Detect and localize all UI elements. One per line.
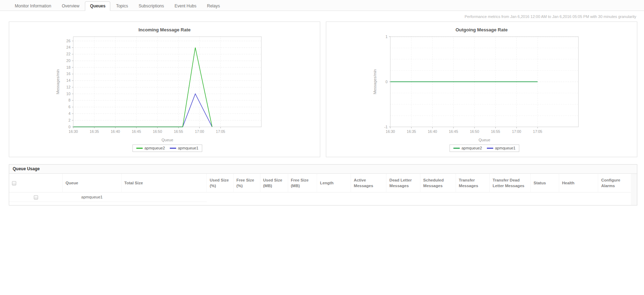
row-checkbox[interactable] [34,195,38,199]
svg-text:22: 22 [66,52,70,56]
cell-queue: apmqueue1 [63,192,122,202]
x-axis-label: Queue [390,138,578,142]
svg-text:16:30: 16:30 [69,129,78,134]
svg-text:-1: -1 [384,125,388,129]
series-apmqueue2 [73,48,212,127]
chart-title: Incoming Message Rate [9,22,320,32]
legend-swatch-apmqueue2 [453,148,460,149]
svg-text:16:30: 16:30 [386,129,395,134]
chart-title: Outgoing Message Rate [326,22,637,32]
legend-item: apmqueue1 [170,146,198,150]
svg-text:16:50: 16:50 [470,129,479,134]
svg-text:6: 6 [68,105,70,109]
svg-text:16:55: 16:55 [174,129,183,134]
tab-event-hubs[interactable]: Event Hubs [169,1,201,11]
svg-text:16:45: 16:45 [132,129,141,134]
tab-bar: Monitor InformationOverviewQueuesTopicsS… [0,0,644,11]
svg-text:2: 2 [68,118,70,122]
tab-relays[interactable]: Relays [202,1,225,11]
table-row: apmqueue1 [9,192,631,202]
svg-text:26: 26 [66,39,70,43]
outgoing-message-rate-panel: Outgoing Message Rate-10116:3016:3516:40… [326,21,637,157]
chart-canvas: 0246810121416182022242616:3016:3516:4016… [9,32,319,139]
svg-text:0: 0 [68,125,70,129]
svg-text:17:05: 17:05 [216,129,225,134]
svg-text:12: 12 [66,85,70,89]
col-header-transfer-messages: Transfer Messages [456,174,490,192]
col-header-configure-alarms: Configure Alarms [598,174,631,192]
svg-text:24: 24 [66,45,70,49]
performance-note: Performance metrics from Jan 6,2016 12:0… [0,11,644,21]
col-header-total-size: Total Size [121,174,206,192]
series-apmqueue1 [73,94,212,127]
charts-row: Incoming Message Rate0246810121416182022… [9,21,637,157]
col-header-queue: Queue [63,174,122,192]
svg-text:14: 14 [66,78,70,82]
queue-usage-panel: Queue UsageQueueTotal SizeUsed Size (%)F… [9,164,637,205]
col-header-used-size-mb-: Used Size (MB) [260,174,288,192]
svg-text:16:55: 16:55 [491,129,500,134]
x-axis-label: Queue [73,138,261,142]
svg-text:16:35: 16:35 [407,129,416,134]
svg-text:17:00: 17:00 [512,129,521,134]
svg-text:17:00: 17:00 [195,129,204,134]
col-header-free-size-: Free Size (%) [233,174,260,192]
chart-legend: apmqueue2apmqueue1 [132,145,202,152]
legend-item: apmqueue1 [487,146,515,150]
svg-text:16:50: 16:50 [153,129,162,134]
svg-text:17:05: 17:05 [533,129,542,134]
tables-area: Queue UsageQueueTotal SizeUsed Size (%)F… [9,164,637,205]
svg-text:16:40: 16:40 [428,129,437,134]
svg-text:0: 0 [385,80,388,84]
svg-text:8: 8 [68,98,70,102]
col-header-scheduled-messages: Scheduled Messages [420,174,456,192]
chart-canvas: -10116:3016:3516:4016:4516:5016:5517:001… [326,32,636,139]
legend-swatch-apmqueue2 [136,148,143,149]
incoming-message-rate-panel: Incoming Message Rate0246810121416182022… [9,21,320,157]
legend-item: apmqueue2 [136,146,165,150]
svg-text:20: 20 [66,59,70,63]
col-header-health: Health [559,174,598,192]
tab-topics[interactable]: Topics [111,1,133,11]
col-header-transfer-dead-letter-messages: Transfer Dead Letter Messages [490,174,531,192]
col-header-free-size-mb-: Free Size (MB) [288,174,317,192]
legend-swatch-apmqueue1 [170,148,176,149]
svg-text:18: 18 [66,65,70,69]
main-content: Incoming Message Rate0246810121416182022… [0,21,644,208]
y-axis-label: Messages/min [373,69,377,94]
col-header-used-size-: Used Size (%) [207,174,234,192]
col-header-length: Length [317,174,351,192]
tab-overview[interactable]: Overview [57,1,84,11]
chart-legend: apmqueue2apmqueue1 [450,145,519,152]
svg-text:16:35: 16:35 [90,129,99,134]
tab-queues[interactable]: Queues [85,1,110,11]
svg-text:4: 4 [68,111,70,116]
svg-text:16: 16 [66,72,70,76]
svg-text:10: 10 [66,92,70,96]
y-axis-label: Messages/min [56,69,60,94]
total-size-cell [121,192,206,202]
col-header-dead-letter-messages: Dead Letter Messages [386,174,420,192]
svg-text:16:45: 16:45 [449,129,458,134]
select-all-header [9,174,63,192]
queue-usage-title: Queue Usage [9,165,637,174]
tab-subscriptions[interactable]: Subscriptions [134,1,169,11]
col-header-status: Status [531,174,559,192]
queue-usage-table: QueueTotal SizeUsed Size (%)Free Size (%… [9,174,631,202]
legend-item: apmqueue2 [453,146,482,150]
tab-monitor-information[interactable]: Monitor Information [10,1,56,11]
col-header-active-messages: Active Messages [351,174,386,192]
svg-text:16:40: 16:40 [111,129,120,134]
legend-swatch-apmqueue1 [487,148,493,149]
select-all-checkbox[interactable] [12,181,16,185]
row-select-cell [9,192,63,202]
svg-text:1: 1 [385,35,388,39]
